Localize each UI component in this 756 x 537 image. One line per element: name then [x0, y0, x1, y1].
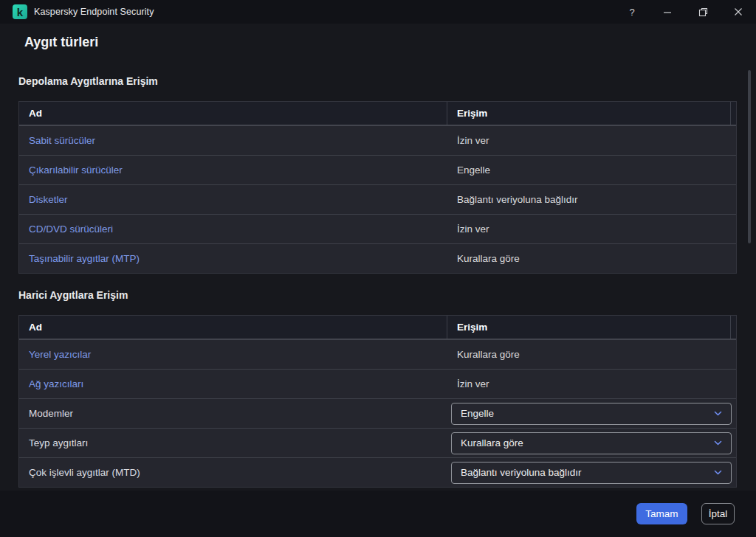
- access-value: Kurallara göre: [457, 253, 520, 264]
- chevron-down-icon: [712, 408, 724, 419]
- cancel-button[interactable]: İptal: [701, 503, 735, 524]
- vertical-scrollbar-thumb[interactable]: [748, 70, 751, 243]
- table-header: Ad Erişim: [19, 102, 736, 125]
- window-controls: ?: [614, 0, 756, 24]
- device-name-tape-devices: Teyp aygıtları: [29, 437, 88, 448]
- device-name-multifunctional-devices: Çok işlevli aygıtlar (MTD): [29, 467, 140, 478]
- chevron-down-icon: [712, 437, 724, 448]
- device-link-removable-drives[interactable]: Çıkarılabilir sürücüler: [29, 164, 123, 176]
- help-button[interactable]: ?: [614, 0, 650, 24]
- close-icon: [734, 7, 743, 16]
- device-link-cd-dvd-drives[interactable]: CD/DVD sürücüleri: [29, 224, 113, 235]
- storage-devices-table: Ad Erişim Sabit sürücüler İzin ver Çıkar…: [18, 101, 737, 274]
- table-row: Çıkarılabilir sürücüler Engelle: [19, 155, 736, 184]
- table-row: CD/DVD sürücüleri İzin ver: [19, 214, 736, 243]
- chevron-down-icon: [712, 467, 724, 478]
- access-value: Kurallara göre: [457, 349, 520, 360]
- access-value: İzin ver: [457, 135, 489, 146]
- table-row: Yerel yazıcılar Kurallara göre: [19, 339, 736, 369]
- table-row: Ağ yazıcıları İzin ver: [19, 369, 736, 398]
- minimize-icon: [663, 7, 672, 16]
- titlebar: k Kaspersky Endpoint Security ?: [0, 0, 756, 24]
- table-header: Ad Erişim: [19, 316, 736, 339]
- access-value: İzin ver: [457, 378, 489, 389]
- device-link-portable-devices-mtp[interactable]: Taşınabilir aygıtlar (MTP): [29, 253, 140, 264]
- device-link-hard-drives[interactable]: Sabit sürücüler: [29, 135, 95, 146]
- access-value: İzin ver: [457, 224, 489, 235]
- device-name-modems: Modemler: [29, 408, 73, 419]
- close-button[interactable]: [721, 0, 756, 24]
- kaspersky-logo-icon: k: [13, 4, 27, 19]
- column-header-name[interactable]: Ad: [19, 316, 447, 339]
- restore-icon: [698, 7, 708, 17]
- access-dropdown-tape-devices[interactable]: Kurallara göre: [451, 432, 732, 454]
- dropdown-selected-value: Bağlantı veriyoluna bağlıdır: [461, 467, 712, 478]
- column-header-access[interactable]: Erişim: [447, 316, 730, 339]
- table-row: Modemler Engelle: [19, 398, 736, 428]
- access-value: Bağlantı veriyoluna bağlıdır: [457, 194, 578, 205]
- table-row: Teyp aygıtları Kurallara göre: [19, 428, 736, 457]
- logo-letter: k: [17, 7, 23, 18]
- column-header-spacer: [730, 316, 736, 339]
- access-dropdown-modems[interactable]: Engelle: [451, 403, 732, 425]
- table-row: Disketler Bağlantı veriyoluna bağlıdır: [19, 184, 736, 214]
- external-devices-table: Ad Erişim Yerel yazıcılar Kurallara göre…: [18, 315, 737, 488]
- ok-button[interactable]: Tamam: [636, 503, 687, 524]
- table-row: Çok işlevli aygıtlar (MTD) Bağlantı veri…: [19, 457, 736, 487]
- column-header-spacer: [730, 102, 736, 125]
- dropdown-selected-value: Kurallara göre: [461, 437, 712, 448]
- section-heading-storage: Depolama Aygıtlarına Erişim: [18, 75, 737, 87]
- device-link-local-printers[interactable]: Yerel yazıcılar: [29, 349, 91, 360]
- dialog-footer: Tamam İptal: [0, 491, 756, 537]
- column-header-name[interactable]: Ad: [19, 102, 447, 125]
- column-header-access[interactable]: Erişim: [447, 102, 730, 125]
- table-row: Taşınabilir aygıtlar (MTP) Kurallara gör…: [19, 243, 736, 273]
- table-row: Sabit sürücüler İzin ver: [19, 125, 736, 155]
- access-value: Engelle: [457, 164, 490, 176]
- section-heading-external: Harici Aygıtlara Erişim: [18, 289, 737, 301]
- app-title: Kaspersky Endpoint Security: [34, 7, 154, 17]
- dialog-content: Aygıt türleri Depolama Aygıtlarına Erişi…: [0, 34, 756, 488]
- minimize-button[interactable]: [650, 0, 685, 24]
- device-link-floppy-disks[interactable]: Disketler: [29, 194, 68, 205]
- access-dropdown-multifunctional-devices[interactable]: Bağlantı veriyoluna bağlıdır: [451, 462, 732, 484]
- dropdown-selected-value: Engelle: [461, 408, 712, 419]
- help-icon: ?: [629, 7, 634, 18]
- device-link-network-printers[interactable]: Ağ yazıcıları: [29, 378, 83, 389]
- restore-button[interactable]: [685, 0, 721, 24]
- page-title: Aygıt türleri: [24, 34, 737, 50]
